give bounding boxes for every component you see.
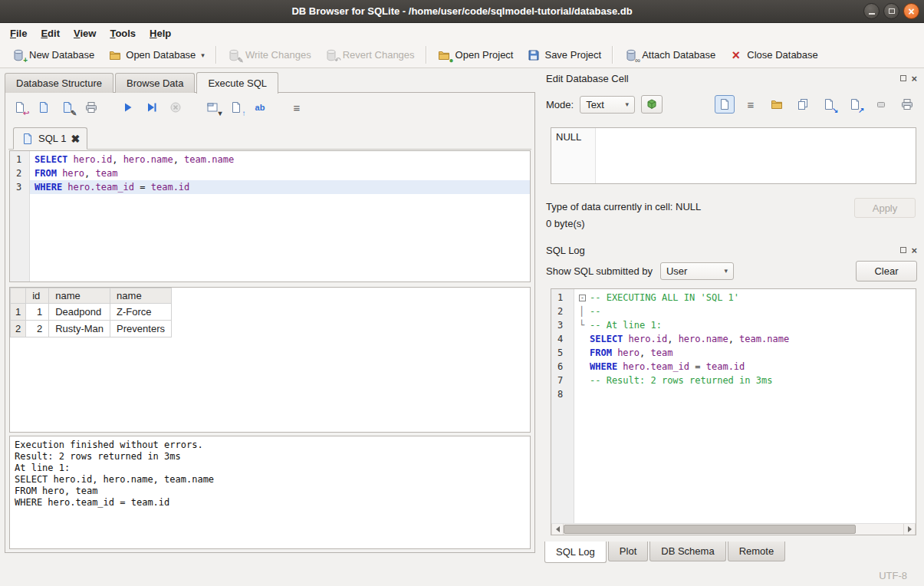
print-button[interactable] <box>83 99 100 116</box>
cell[interactable]: Deadpond <box>49 304 110 321</box>
title-bar[interactable]: DB Browser for SQLite - /home/user/code/… <box>0 0 924 23</box>
cell[interactable]: 2 <box>26 321 49 337</box>
menu-view[interactable]: View <box>67 25 103 41</box>
minimize-button[interactable] <box>863 3 880 19</box>
new-database-button[interactable]: +New Database <box>5 45 101 64</box>
open-project-button[interactable]: ●Open Project <box>431 45 521 64</box>
close-database-button[interactable]: ×Close Database <box>722 45 825 64</box>
tab-database-structure[interactable]: Database Structure <box>5 73 113 93</box>
close-icon: × <box>908 6 914 17</box>
output-line: Result: 2 rows returned in 3ms <box>15 451 525 463</box>
code-line[interactable]: FROM hero, team <box>30 166 530 180</box>
format-sql-button[interactable]: ab <box>252 99 268 116</box>
print-button[interactable] <box>897 95 917 114</box>
menu-file[interactable]: File <box>3 25 34 41</box>
scroll-left-button[interactable] <box>551 524 564 535</box>
save-sql-file-button[interactable] <box>35 99 52 116</box>
editor-code-area[interactable]: SELECT hero.id, hero.name, team.nameFROM… <box>30 151 530 281</box>
sql-editor[interactable]: 123 SELECT hero.id, hero.name, team.name… <box>9 150 531 282</box>
code-line[interactable]: WHERE hero.team_id = team.id <box>30 180 530 194</box>
column-header-name[interactable]: name <box>110 288 172 304</box>
save-sql-file-as-button[interactable]: ✎ <box>59 99 76 116</box>
line-number: 1 <box>557 291 574 305</box>
scrollbar-track[interactable] <box>564 524 903 535</box>
sql-query-tab[interactable]: SQL 1 ✖ <box>13 127 87 150</box>
execute-current-line-button[interactable] <box>143 99 160 116</box>
export-icon: ↗ <box>849 98 862 111</box>
menu-tools[interactable]: Tools <box>103 25 143 41</box>
menu-help[interactable]: Help <box>143 25 178 41</box>
clear-log-button[interactable]: Clear <box>856 261 917 281</box>
cell-editor-area[interactable]: NULL <box>551 127 916 184</box>
export-button[interactable]: ↗ <box>845 95 865 114</box>
attach-database-button[interactable]: ∞Attach Database <box>617 45 722 64</box>
main-toolbar: +New DatabaseOpen Database▾✎Write Change… <box>0 42 924 68</box>
revert-changes-button: ↶Revert Changes <box>318 45 422 64</box>
toolbar-button-label: Close Database <box>747 49 818 61</box>
cell-value: NULL <box>551 128 596 183</box>
code-line: │-- <box>574 305 916 318</box>
maximize-button[interactable] <box>883 3 899 19</box>
output-line: Execution finished without errors. <box>15 440 525 451</box>
dock-tab-plot[interactable]: Plot <box>608 542 648 561</box>
code-line: WHERE hero.team_id = team.id <box>574 360 916 374</box>
line-number: 3 <box>16 180 29 194</box>
code-line: --- EXECUTING ALL IN 'SQL 1' <box>574 291 916 305</box>
stop-button <box>167 99 184 116</box>
cell[interactable]: Rusty-Man <box>49 321 110 337</box>
cell[interactable]: Z-Force <box>110 304 172 321</box>
output-line: WHERE hero.team_id = team.id <box>15 497 525 509</box>
scroll-right-button[interactable] <box>903 524 916 535</box>
close-panel-icon[interactable]: × <box>911 245 917 255</box>
dock-tab-db-schema[interactable]: DB Schema <box>649 542 725 561</box>
cell-size-text: 0 byte(s) <box>546 218 585 229</box>
set-null-button[interactable] <box>871 95 891 114</box>
chevron-down-icon: ▾ <box>724 267 728 275</box>
results-grid: idnamename 11DeadpondZ-Force22Rusty-ManP… <box>9 287 531 433</box>
dock-tab-sql-log[interactable]: SQL Log <box>544 542 607 563</box>
log-filter-select[interactable]: User ▾ <box>660 262 734 280</box>
cube-button[interactable] <box>641 95 663 114</box>
float-icon[interactable] <box>900 247 906 253</box>
column-header-id[interactable]: id <box>26 288 49 304</box>
export-results-button[interactable]: ↑ <box>228 99 245 116</box>
apply-button: Apply <box>854 198 916 218</box>
word-wrap-button[interactable]: ≡ <box>741 95 761 114</box>
text-view-button[interactable] <box>715 95 735 114</box>
import-button[interactable]: ↘ <box>819 95 839 114</box>
menu-edit[interactable]: Edit <box>34 25 67 41</box>
line-number: 2 <box>16 166 29 180</box>
copy-icon <box>797 98 810 111</box>
dock-tab-remote[interactable]: Remote <box>728 542 786 561</box>
open-query-tab-button[interactable]: ▾ <box>204 99 221 116</box>
cell-edit-space[interactable] <box>596 128 916 183</box>
execution-output: Execution finished without errors.Result… <box>9 436 531 549</box>
save-project-button[interactable]: Save Project <box>520 45 608 64</box>
tab-browse-data[interactable]: Browse Data <box>115 73 195 93</box>
float-icon[interactable] <box>900 75 906 81</box>
scrollbar-thumb[interactable] <box>564 525 856 534</box>
toolbar-button-label: Attach Database <box>642 49 715 61</box>
cell[interactable]: 1 <box>26 304 49 321</box>
open-file-button[interactable] <box>767 95 787 114</box>
word-wrap-button[interactable]: ≡ <box>288 99 305 116</box>
line-number: 5 <box>557 346 574 360</box>
main-tab-bar: Database StructureBrowse DataExecute SQL <box>5 71 280 93</box>
open-sql-file-button[interactable]: ↩ <box>12 99 28 116</box>
copy-button[interactable] <box>793 95 813 114</box>
print-icon <box>901 98 914 111</box>
mode-select[interactable]: Text ▾ <box>580 96 635 114</box>
tab-execute-sql[interactable]: Execute SQL <box>196 72 278 94</box>
close-tab-icon[interactable]: ✖ <box>71 133 80 144</box>
cell[interactable]: Preventers <box>110 321 172 337</box>
column-header-name[interactable]: name <box>49 288 110 304</box>
open-sql-file-icon: ↩ <box>14 101 27 114</box>
horizontal-scrollbar[interactable] <box>551 523 916 535</box>
close-button[interactable]: × <box>903 3 919 19</box>
open-database-button[interactable]: Open Database▾ <box>101 45 212 64</box>
database-close-icon: × <box>729 48 742 61</box>
execute-all-button[interactable] <box>120 99 136 116</box>
code-line[interactable]: SELECT hero.id, hero.name, team.name <box>30 153 530 166</box>
chevron-down-icon[interactable]: ▾ <box>201 51 205 59</box>
close-panel-icon[interactable]: × <box>911 74 917 84</box>
